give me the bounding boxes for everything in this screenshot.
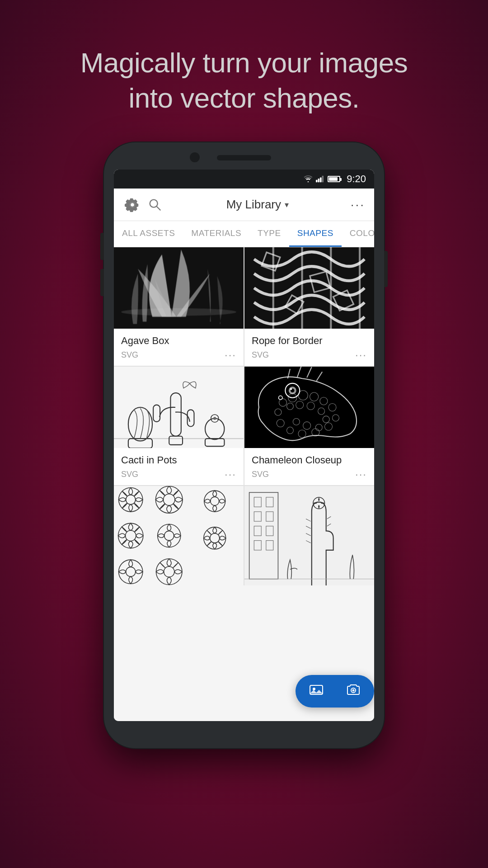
- grid-item-agave-box[interactable]: Agave Box SVG ···: [114, 247, 244, 366]
- grid-item-cactus2[interactable]: [244, 486, 374, 585]
- status-bar: 9:20: [114, 170, 374, 189]
- gear-icon: [125, 197, 140, 212]
- agave-box-image: [114, 247, 244, 329]
- power-button: [384, 251, 388, 287]
- cacti-in-pots-name: Cacti in Pots: [121, 454, 236, 466]
- tabs-bar: ALL ASSETS MATERIALS TYPE SHAPES COLORS: [114, 221, 374, 247]
- wifi-icon: [303, 175, 313, 183]
- svg-rect-3: [322, 176, 324, 182]
- svg-rect-0: [316, 180, 318, 182]
- svg-point-94: [352, 689, 355, 691]
- agave-box-type: SVG: [121, 350, 138, 360]
- grid-item-cacti-in-pots[interactable]: Cacti in Pots SVG ···: [114, 367, 244, 485]
- phone-camera: [190, 152, 200, 162]
- cacti-in-pots-info: Cacti in Pots SVG ···: [114, 448, 244, 485]
- phone-speaker: [217, 155, 271, 160]
- headline-container: Magically turn your images into vector s…: [53, 0, 435, 115]
- agave-box-more[interactable]: ···: [225, 349, 236, 361]
- svg-line-5: [157, 206, 161, 210]
- headline-text: Magically turn your images into vector s…: [53, 45, 435, 115]
- phone-mockup: 9:20 My Library: [104, 142, 384, 748]
- signal-icon: [316, 175, 324, 183]
- grid-item-flowers[interactable]: [114, 486, 244, 585]
- phone-body: 9:20 My Library: [104, 142, 384, 748]
- camera-nav-button[interactable]: [346, 683, 361, 700]
- items-grid: Agave Box SVG ···: [114, 247, 374, 585]
- svg-rect-56: [114, 486, 244, 585]
- app-toolbar: My Library ▾ ···: [114, 189, 374, 221]
- search-button[interactable]: [145, 195, 164, 214]
- bottom-navigation: [296, 675, 374, 708]
- tab-materials[interactable]: MATERIALS: [183, 221, 249, 247]
- agave-box-footer: SVG ···: [121, 349, 236, 361]
- cacti-in-pots-image: [114, 367, 244, 448]
- svg-point-54: [290, 388, 292, 390]
- chameleon-closeup-footer: SVG ···: [252, 468, 367, 481]
- battery-icon: [328, 176, 340, 182]
- library-title[interactable]: My Library ▾: [164, 198, 351, 212]
- svg-rect-2: [320, 177, 322, 182]
- svg-point-4: [150, 199, 158, 207]
- rope-for-border-type: SVG: [252, 350, 269, 360]
- agave-box-info: Agave Box SVG ···: [114, 329, 244, 366]
- chameleon-closeup-info: Chameleon Closeup SVG ···: [244, 448, 374, 485]
- svg-point-92: [313, 688, 315, 690]
- rope-for-border-more[interactable]: ···: [355, 349, 367, 361]
- rope-for-border-name: Rope for Border: [252, 335, 367, 347]
- tab-colors[interactable]: COLORS: [342, 221, 374, 247]
- flowers-image: [114, 486, 244, 585]
- tab-shapes[interactable]: SHAPES: [289, 221, 342, 247]
- gallery-nav-button[interactable]: [309, 683, 324, 700]
- rope-for-border-info: Rope for Border SVG ···: [244, 329, 374, 366]
- rope-for-border-footer: SVG ···: [252, 349, 367, 361]
- grid-content: Agave Box SVG ···: [114, 247, 374, 721]
- chameleon-closeup-name: Chameleon Closeup: [252, 454, 367, 466]
- grid-item-chameleon-closeup[interactable]: Chameleon Closeup SVG ···: [244, 367, 374, 485]
- chameleon-closeup-type: SVG: [252, 470, 269, 479]
- chameleon-closeup-image: [244, 367, 374, 448]
- settings-button[interactable]: [123, 195, 142, 214]
- vol-up-button: [100, 233, 104, 260]
- chevron-down-icon: ▾: [285, 200, 289, 210]
- cacti-in-pots-type: SVG: [121, 470, 138, 479]
- chameleon-closeup-more[interactable]: ···: [355, 468, 367, 481]
- library-label: My Library: [226, 198, 281, 212]
- tab-type[interactable]: TYPE: [249, 221, 289, 247]
- phone-screen: 9:20 My Library: [114, 170, 374, 721]
- tab-all-assets[interactable]: ALL ASSETS: [114, 221, 183, 247]
- agave-box-name: Agave Box: [121, 335, 236, 347]
- status-icons: 9:20: [303, 173, 366, 185]
- search-icon: [147, 197, 163, 212]
- rope-for-border-image: [244, 247, 374, 329]
- grid-item-rope-for-border[interactable]: Rope for Border SVG ···: [244, 247, 374, 366]
- cactus2-image: [244, 486, 374, 585]
- more-options-button[interactable]: ···: [351, 198, 365, 212]
- cacti-in-pots-footer: SVG ···: [121, 468, 236, 481]
- status-time: 9:20: [347, 173, 366, 185]
- svg-rect-1: [318, 179, 320, 182]
- svg-point-28: [213, 417, 216, 420]
- vol-down-button: [100, 269, 104, 296]
- cacti-in-pots-more[interactable]: ···: [225, 468, 236, 481]
- svg-rect-73: [244, 486, 374, 585]
